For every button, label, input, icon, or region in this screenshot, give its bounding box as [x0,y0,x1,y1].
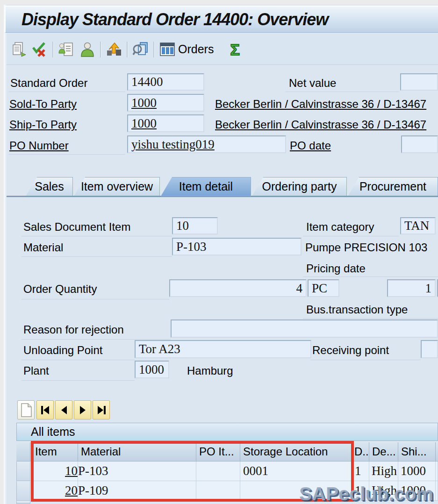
standard-order-field[interactable]: 14400 [127,73,204,91]
column-header-shipping-point[interactable]: Shi... [398,442,436,461]
all-items-title: All items [17,425,75,439]
column-header-partial[interactable] [436,442,438,461]
cell-d[interactable]: 1 [353,461,369,481]
ship-to-party-field[interactable]: 1000 [127,114,204,132]
tab-item-overview[interactable]: Item overview [74,177,160,196]
previous-record-icon [58,405,70,416]
sap-window: Display Standard Order 14400: Overview [0,0,438,504]
all-items-header: All items [16,423,438,441]
next-item-button[interactable] [74,400,91,419]
toolbar-separator [153,42,155,57]
sold-to-party-description[interactable]: Becker Berlin / Calvinstrasse 36 / D-134… [215,98,438,111]
watermark-text: SAPeclub.com [299,483,433,504]
page-title: Display Standard Order 14400: Overview [6,10,328,29]
order-unit-field[interactable]: PC [308,279,339,297]
sold-to-party-field[interactable]: 1000 [127,94,204,112]
orders-button-label[interactable]: Orders [178,43,214,56]
cell-item[interactable]: 10 [30,461,78,481]
availability-icon[interactable] [106,41,122,58]
po-date-field[interactable] [401,135,438,153]
next-record-icon [77,405,88,416]
row-selector-partial [16,501,30,504]
toolbar-separator [127,42,128,57]
tab-item-detail[interactable]: Item detail [161,177,251,196]
partner-icon[interactable] [79,41,96,58]
column-header-item[interactable]: Item [30,442,78,461]
title-bar: Display Standard Order 14400: Overview [5,6,438,33]
application-toolbar: Orders Σ [7,34,438,65]
plant-description: Hamburg [187,364,233,377]
cell-item[interactable]: 20 [30,481,78,501]
cell-partial[interactable] [436,481,438,501]
cell-delivery-priority[interactable]: High [369,461,398,481]
cell-partial[interactable] [436,461,438,481]
item-category-label: Item category [306,220,374,234]
po-number-field[interactable]: yishu testing019 [127,135,286,153]
plant-label: Plant [23,364,49,377]
ship-to-party-label[interactable]: Ship-To Party [9,118,77,131]
receiving-point-label: Receiving point [312,344,389,357]
cell-material[interactable]: P-109 [78,481,196,501]
sales-document-item-label: Sales Document Item [23,220,130,234]
po-number-label[interactable]: PO Number [9,139,69,152]
column-header-storage-location[interactable]: Storage Location [240,442,353,461]
cell-shipping-point[interactable]: 1000 [398,461,436,481]
reason-for-rejection-label: Reason for rejection [23,323,124,336]
item-category-field[interactable]: TAN [400,217,436,234]
order-quantity-label: Order Quantity [23,283,97,296]
row-selector[interactable] [16,461,30,481]
material-description: Pumpe PRECISION 103 [305,241,427,254]
new-page-icon [20,403,32,418]
column-header-po-item[interactable]: PO It... [196,442,240,461]
sales-document-item-field[interactable]: 10 [172,217,218,234]
window-frame-highlight [4,5,7,504]
cell-material[interactable]: P-103 [78,461,196,481]
first-item-button[interactable] [36,400,54,419]
standard-order-label: Standard Order [10,77,87,90]
display-document-icon[interactable] [132,41,149,58]
column-header-d[interactable]: D.. [353,442,369,461]
column-header-delivery-priority[interactable]: De... [369,442,398,461]
toolbar-separator [100,42,101,57]
quantity-denominator-field[interactable]: 1 [387,279,436,297]
column-header-material[interactable]: Material [78,442,196,461]
ship-to-party-description[interactable]: Becker Berlin / Calvinstrasse 36 / D-134… [215,118,438,131]
previous-item-button[interactable] [55,400,72,419]
cell-po-item[interactable] [196,481,240,501]
material-label: Material [23,241,63,254]
status-overview-icon[interactable] [31,41,48,58]
unloading-point-field[interactable]: Tor A23 [135,340,311,358]
sum-icon[interactable]: Σ [230,42,239,57]
new-item-button[interactable] [17,400,35,419]
last-record-icon [96,405,107,416]
first-record-icon [40,405,51,416]
net-value-field[interactable] [400,73,438,91]
tab-procurement[interactable]: Procurement [348,177,438,196]
plant-field[interactable]: 1000 [135,361,169,378]
partner-details-icon[interactable] [58,41,75,58]
material-field[interactable]: P-103 [172,238,302,256]
select-all-column-header[interactable] [16,442,30,461]
receiving-point-field[interactable] [421,340,438,358]
window-frame [0,0,4,504]
order-quantity-field[interactable]: 4 [169,279,307,297]
sold-to-party-label[interactable]: Sold-To Party [9,98,77,111]
toolbar-separator [52,42,54,57]
cell-po-item[interactable] [196,461,240,481]
net-value-label: Net value [289,77,336,90]
tab-ordering-party[interactable]: Ordering party [252,177,347,196]
pricing-date-label: Pricing date [306,262,366,275]
unloading-point-label: Unloading Point [23,344,102,357]
row-selector[interactable] [16,481,30,501]
bus-transaction-type-label: Bus.transaction type [306,303,408,316]
cell-storage-location[interactable]: 0001 [240,461,353,481]
po-date-label[interactable]: PO date [290,139,331,152]
last-item-button[interactable] [93,400,110,419]
document-flow-icon[interactable] [10,41,27,58]
orders-grid-icon[interactable] [159,41,176,58]
reason-for-rejection-field[interactable] [171,319,438,338]
